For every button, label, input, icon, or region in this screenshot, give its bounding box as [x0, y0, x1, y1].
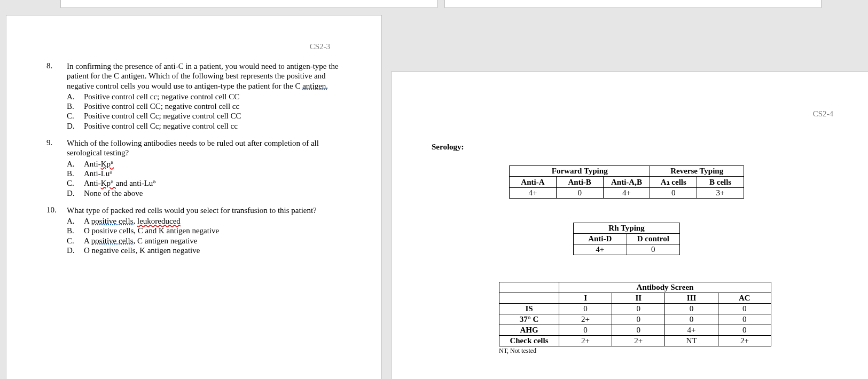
table-row: Antibody Screen: [499, 282, 771, 293]
document-viewport: CS2-3 8. In confirming the presence of a…: [0, 0, 868, 379]
antibody-screen-block: Antibody Screen I II III AC IS 0 0 0: [499, 282, 771, 355]
table-row: 37° C 2+ 0 0 0: [499, 314, 771, 325]
serology-heading: Serology:: [432, 143, 822, 152]
spell-mark: Kpᵃ: [101, 160, 114, 168]
options: A.A positive cells, leukoreduced B.O pos…: [67, 216, 354, 255]
question-9: 9. Which of the following antibodies nee…: [46, 138, 354, 198]
table-row: Check cells 2+ 2+ NT 2+: [499, 336, 771, 346]
spell-mark: Kpᵃ: [101, 179, 116, 187]
page-left[interactable]: CS2-3 8. In confirming the presence of a…: [6, 15, 382, 379]
option-c: C.Anti-Kpᵃ and anti-Luᵃ: [67, 178, 354, 188]
option-a: A.A positive cells, leukoreduced: [67, 216, 354, 226]
page-header-left: CS2-3: [310, 42, 330, 51]
question-text: What type of packed red cells would you …: [67, 206, 354, 215]
options: A.Positive control cell cc; negative con…: [67, 92, 354, 131]
forward-reverse-table: Forward Typing Reverse Typing Anti-A Ant…: [509, 165, 744, 199]
question-text: In confirming the presence of anti-C in …: [67, 61, 354, 91]
page-right-content[interactable]: Serology: Forward Typing Reverse Typing …: [432, 143, 822, 355]
rh-table-block: Rh Typing Anti-D D control 4+ 0: [432, 223, 822, 255]
table-row: IS 0 0 0 0: [499, 304, 771, 314]
question-body: In confirming the presence of anti-C in …: [67, 61, 354, 131]
option-d: D.None of the above: [67, 188, 354, 198]
question-number: 8.: [46, 61, 67, 131]
option-c: C.Positive control cell Cc; negative con…: [67, 111, 354, 121]
options: A.Anti-Kpᵃ B.Anti-Luᵃ C.Anti-Kpᵃ and ant…: [67, 159, 354, 198]
page-edge-top-left: [60, 0, 437, 8]
table-row: I II III AC: [499, 293, 771, 304]
option-a: A.Positive control cell cc; negative con…: [67, 92, 354, 101]
table-row: Anti-A Anti-B Anti-A,B A₁ cells B cells: [510, 177, 744, 188]
forward-reverse-table-block: Forward Typing Reverse Typing Anti-A Ant…: [432, 165, 822, 199]
question-10: 10. What type of packed red cells would …: [46, 206, 354, 255]
option-b: B.Positive control cell CC; negative con…: [67, 101, 354, 111]
option-c: C.A positive cells, C antigen negative: [67, 236, 354, 246]
grammar-mark: antigen.: [302, 82, 328, 90]
page-header-right: CS2-4: [813, 109, 833, 119]
grammar-mark: positive cells: [91, 217, 134, 225]
group-header-forward: Forward Typing: [510, 166, 650, 177]
table-row: Forward Typing Reverse Typing: [510, 166, 744, 177]
table-footnote: NT, Not tested: [499, 347, 771, 355]
table-row: Anti-D D control: [574, 234, 680, 244]
rh-table: Rh Typing Anti-D D control 4+ 0: [573, 223, 680, 255]
question-number: 9.: [46, 138, 67, 198]
question-body: What type of packed red cells would you …: [67, 206, 354, 255]
table-row: AHG 0 0 4+ 0: [499, 325, 771, 336]
option-b: B.O positive cells, C and K antigen nega…: [67, 226, 354, 235]
question-8: 8. In confirming the presence of anti-C …: [46, 61, 354, 131]
page-right[interactable]: CS2-4 Serology: Forward Typing Reverse T…: [391, 72, 868, 379]
page-left-content[interactable]: 8. In confirming the presence of anti-C …: [46, 61, 354, 263]
question-number: 10.: [46, 206, 67, 255]
grammar-mark: positive cells: [91, 236, 134, 245]
page-edge-top-right: [444, 0, 822, 8]
table-row: 4+ 0 4+ 0 3+: [510, 188, 744, 199]
question-body: Which of the following antibodies needs …: [67, 138, 354, 198]
antibody-screen-table: Antibody Screen I II III AC IS 0 0 0: [499, 282, 771, 346]
question-text: Which of the following antibodies needs …: [67, 138, 354, 158]
table-row: Rh Typing: [574, 223, 680, 234]
option-d: D.Positive control cell Cc; negative con…: [67, 121, 354, 131]
option-a: A.Anti-Kpᵃ: [67, 159, 354, 169]
group-header-reverse: Reverse Typing: [650, 166, 744, 177]
option-b: B.Anti-Luᵃ: [67, 169, 354, 178]
table-row: 4+ 0: [574, 244, 680, 255]
spell-mark: leukoreduced: [137, 217, 181, 225]
option-d: D.O negative cells, K antigen negative: [67, 246, 354, 255]
